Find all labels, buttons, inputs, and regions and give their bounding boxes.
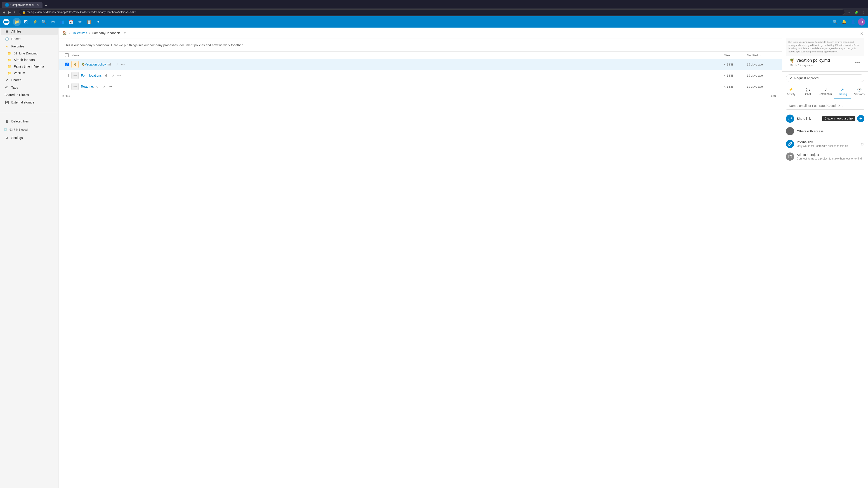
- user-avatar[interactable]: U: [858, 18, 865, 26]
- sidebar-item-deleted[interactable]: 🗑 Deleted files: [1, 118, 58, 125]
- summary-size: 438 B: [771, 94, 778, 98]
- row-2-share-button[interactable]: ↗: [111, 73, 116, 78]
- row-3-filename[interactable]: Readme.md: [81, 85, 98, 88]
- row-2-filename[interactable]: Form locations.md: [81, 74, 107, 77]
- row-3-size: < 1 KB: [724, 85, 747, 88]
- nav-global-search-button[interactable]: 🔍: [831, 18, 839, 26]
- sidebar-item-favorites[interactable]: ★ Favorites: [1, 43, 58, 50]
- row-3-checkbox-input[interactable]: [65, 85, 69, 88]
- menu-button[interactable]: ⋮: [860, 9, 866, 15]
- row-1-checkbox[interactable]: [62, 63, 71, 66]
- sidebar-item-tags[interactable]: 🏷 Tags: [1, 84, 58, 91]
- all-files-icon: ☰: [4, 30, 9, 33]
- sidebar-item-external[interactable]: 💾 External storage: [1, 99, 58, 106]
- nav-notifications-button[interactable]: 🔔: [840, 18, 848, 26]
- row-3-checkbox[interactable]: [62, 85, 71, 88]
- table-row[interactable]: MD Form locations.md ↗ ••• < 1 KB 19 day…: [59, 70, 782, 81]
- sidebar-item-recent[interactable]: 🕐 Recent: [1, 35, 58, 42]
- list-item[interactable]: Internal link Only works for users with …: [782, 138, 868, 150]
- nextcloud-logo[interactable]: [3, 18, 10, 26]
- share-search-input[interactable]: [786, 102, 864, 109]
- tab-versions[interactable]: 🕐 Versions: [851, 85, 868, 99]
- row-2-thumb: MD: [71, 72, 79, 79]
- nav-notes-button[interactable]: ✏: [76, 18, 84, 26]
- back-button[interactable]: ◀: [2, 9, 6, 15]
- table-row[interactable]: MD Readme.md ↗ ••• < 1 KB 19 days ago: [59, 81, 782, 92]
- new-tab-button[interactable]: +: [43, 3, 49, 8]
- tab-comments[interactable]: 🗨 Comments: [817, 85, 834, 99]
- internal-link-copy-button[interactable]: [859, 140, 864, 148]
- url-bar[interactable]: 🔒 tech-preview.nextcloud.com/apps/files/…: [19, 9, 845, 15]
- panel-close-button[interactable]: ✕: [859, 30, 864, 37]
- select-all-checkbox[interactable]: [65, 53, 69, 57]
- tab-activity[interactable]: ⚡ Activity: [782, 85, 800, 99]
- row-1-checkbox-input[interactable]: [65, 63, 69, 66]
- sidebar-folder-family-label: Family time in Vienna: [14, 65, 44, 68]
- nav-contacts-button[interactable]: 👥: [58, 18, 66, 26]
- sidebar-item-tags-label: Tags: [11, 86, 18, 89]
- list-item[interactable]: ••• Others with access: [782, 125, 868, 138]
- add-project-title: Add to a project: [797, 153, 864, 157]
- panel-more-button[interactable]: •••: [854, 59, 861, 66]
- summary-count: 3 files: [62, 94, 70, 98]
- nav-collectives-button[interactable]: ✦: [94, 18, 102, 26]
- tab-close-button[interactable]: ✕: [37, 3, 39, 6]
- nav-right: 🔍 🔔 👤 U: [831, 18, 865, 26]
- extensions-button[interactable]: 🧩: [853, 9, 860, 15]
- nav-contacts-menu-button[interactable]: 👤: [849, 18, 857, 26]
- breadcrumb: 🏠 › Collectives › CompanyHandbook +: [59, 28, 782, 38]
- create-share-tooltip: Create a new share link: [822, 116, 855, 121]
- nav-activity-button[interactable]: ⚡: [31, 18, 39, 26]
- row-3-more-button[interactable]: •••: [107, 84, 113, 89]
- list-item[interactable]: Share link + Create a new share link: [782, 112, 868, 125]
- request-approval-button[interactable]: ✓ Request approval: [786, 74, 864, 82]
- tab-sharing[interactable]: ↗ Sharing: [834, 85, 851, 99]
- row-2-actions: ↗ •••: [111, 73, 122, 78]
- sidebar-item-settings[interactable]: ⚙ Settings: [1, 134, 58, 141]
- row-3-share-button[interactable]: ↗: [102, 84, 107, 89]
- sidebar-item-shared-circles-label: Shared to Circles: [4, 93, 29, 97]
- tab-chat[interactable]: 💬 Chat: [800, 85, 817, 99]
- browser-toolbar: ◀ ▶ ↻ 🔒 tech-preview.nextcloud.com/apps/…: [0, 8, 868, 16]
- nav-mail-button[interactable]: ✉: [49, 18, 57, 26]
- nav-photos-button[interactable]: 🖼: [22, 18, 30, 26]
- row-2-checkbox[interactable]: [62, 74, 71, 77]
- forward-button[interactable]: ▶: [7, 9, 12, 15]
- nav-calendar-button[interactable]: 📅: [67, 18, 75, 26]
- row-1-share-button[interactable]: ↗: [115, 62, 119, 67]
- others-access-icon: •••: [786, 127, 794, 135]
- sidebar-folder-01-label: 01_Line Dancing: [14, 52, 37, 55]
- sidebar-folder-family[interactable]: 📁 Family time in Vienna: [1, 63, 58, 70]
- breadcrumb-add-button[interactable]: +: [122, 30, 128, 36]
- row-2-more-button[interactable]: •••: [116, 73, 122, 78]
- breadcrumb-collectives[interactable]: Collectives: [72, 31, 87, 35]
- sidebar-item-shares[interactable]: ↗ Shares: [1, 76, 58, 84]
- row-1-more-button[interactable]: •••: [120, 62, 125, 67]
- file-description: This is our company's handbook. Here we …: [59, 38, 782, 52]
- header-checkbox[interactable]: [62, 53, 71, 57]
- row-1-filename[interactable]: 🌴Vacation policy.md: [81, 63, 111, 66]
- sidebar-item-all-files[interactable]: ☰ All files: [1, 28, 58, 35]
- reload-button[interactable]: ↻: [13, 9, 18, 15]
- row-3-name-cell: MD Readme.md ↗ •••: [71, 83, 724, 90]
- nav-files-button[interactable]: 📁: [13, 18, 21, 26]
- sidebar-folder-01[interactable]: 📁 01_Line Dancing: [1, 50, 58, 57]
- sidebar-folder-airbnb[interactable]: 📁 Airbnb-for-cars: [1, 57, 58, 63]
- table-row[interactable]: 🌴 🌴Vacation policy.md ↗ ••• < 1 KB 19 da…: [59, 59, 782, 70]
- breadcrumb-home[interactable]: 🏠: [62, 31, 67, 35]
- row-2-name-cell: MD Form locations.md ↗ •••: [71, 72, 724, 79]
- row-2-checkbox-input[interactable]: [65, 74, 69, 77]
- file-summary: 3 files 438 B: [59, 92, 782, 100]
- nav-deck-button[interactable]: 📋: [85, 18, 93, 26]
- panel-preview: This is our vacation policy. You should …: [786, 38, 864, 56]
- internal-link-desc: Only works for users with access to this…: [797, 144, 856, 148]
- nav-search-button[interactable]: 🔍: [40, 18, 48, 26]
- shares-icon: ↗: [4, 78, 9, 82]
- star-button[interactable]: ☆: [846, 9, 852, 15]
- storage-info[interactable]: 💿 63.7 MB used: [0, 125, 59, 134]
- active-tab[interactable]: CompanyHandbook ✕: [2, 2, 42, 8]
- sidebar-item-shared-circles[interactable]: Shared to Circles: [1, 91, 58, 98]
- sidebar-folder-verilium[interactable]: 📁 Verilium: [1, 70, 58, 76]
- list-item[interactable]: Add to a project Connect items to a proj…: [782, 150, 868, 163]
- add-share-link-button[interactable]: +: [857, 115, 864, 122]
